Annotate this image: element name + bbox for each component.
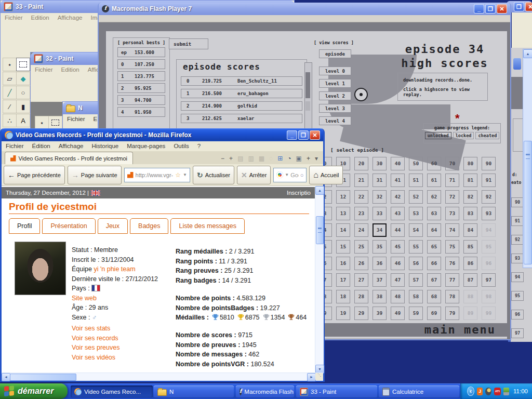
episode-cell-64[interactable]: 64 xyxy=(427,223,441,237)
tab-jeux[interactable]: Jeux xyxy=(98,218,128,234)
link-voir-ses-stats[interactable]: Voir ses stats xyxy=(72,325,110,332)
episode-cell-49[interactable]: 49 xyxy=(391,307,405,320)
episode-cell-13[interactable]: 13 xyxy=(336,207,350,220)
episode-cell-35[interactable]: 35 xyxy=(373,240,387,254)
view-scores-episode[interactable]: episode xyxy=(319,49,351,58)
episode-cell-48[interactable]: 48 xyxy=(391,290,405,303)
pencil-icon[interactable]: ∕ xyxy=(3,100,17,113)
add-icon[interactable]: + xyxy=(307,155,310,162)
episode-cell-30[interactable]: 30 xyxy=(373,157,387,170)
episode-cell-12[interactable]: 12 xyxy=(336,190,350,204)
free-select-icon[interactable]: ⋆ xyxy=(3,58,17,71)
episode-cell-20[interactable]: 20 xyxy=(354,157,368,170)
firefox-menu-fichier[interactable]: Fichier xyxy=(6,143,24,149)
scroll-up-icon[interactable]: ▲ xyxy=(315,186,324,195)
text-icon[interactable]: A xyxy=(16,114,30,127)
link-voir-ses-vidéos[interactable]: Voir ses vidéos xyxy=(72,354,115,361)
episode-cell-47[interactable]: 47 xyxy=(391,273,405,287)
hide-icons-icon[interactable]: ‹ xyxy=(467,387,474,396)
episode-cell-56[interactable]: 56 xyxy=(409,257,423,270)
close-button[interactable]: ✕ xyxy=(525,2,532,11)
episode-cell-74[interactable]: 74 xyxy=(445,223,459,237)
episode-cell-57[interactable]: 57 xyxy=(409,273,423,287)
episode-cell-86[interactable]: 86 xyxy=(463,257,477,270)
episode-cell-80[interactable]: 80 xyxy=(463,157,477,170)
episode-cell-65[interactable]: 65 xyxy=(427,240,441,254)
dropdown-icon[interactable]: ▾ xyxy=(315,155,318,162)
cut-icon[interactable]: ▥ xyxy=(248,155,254,162)
episode-score-row[interactable]: 3212.625xaelar xyxy=(181,114,302,123)
episode-cell-83[interactable]: 83 xyxy=(463,207,477,220)
episode-cell-33[interactable]: 33 xyxy=(373,207,387,220)
episode-cell-61[interactable]: 61 xyxy=(427,174,441,187)
episode-cell-28[interactable]: 28 xyxy=(354,290,368,303)
submit-button[interactable]: submit xyxy=(169,38,208,49)
firefox-menu-marquepages[interactable]: Marque-pages xyxy=(127,143,165,149)
episode-cell-38[interactable]: 38 xyxy=(373,290,387,303)
episode-cell-59[interactable]: 59 xyxy=(409,307,423,320)
episode-cell-92[interactable]: 92 xyxy=(482,190,496,204)
taskbar-item-4[interactable]: Calculatrice xyxy=(379,385,459,397)
resize-grip[interactable]: ⋱ xyxy=(315,373,323,380)
foldern-menu-fichier[interactable]: Fichier xyxy=(67,116,85,122)
maximize-button[interactable]: ❐ xyxy=(485,4,496,14)
java-icon[interactable]: J xyxy=(477,388,483,395)
episode-cell-75[interactable]: 75 xyxy=(445,240,459,254)
episode-cell-85[interactable]: 85 xyxy=(463,240,477,254)
tab-présentation[interactable]: Présentation xyxy=(42,218,95,234)
episode-cell-39[interactable]: 39 xyxy=(373,307,387,320)
episode-cell-81[interactable]: 81 xyxy=(463,174,477,187)
episode-cell-69[interactable]: 69 xyxy=(427,307,441,320)
episode-cell-15[interactable]: 15 xyxy=(336,240,350,254)
episode-cell-68[interactable]: 68 xyxy=(427,290,441,303)
close-button[interactable]: ✕ xyxy=(310,130,320,140)
episode-cell-62[interactable]: 62 xyxy=(427,190,441,204)
info-link[interactable]: Site web xyxy=(72,295,97,302)
episode-cell-97[interactable]: 97 xyxy=(482,273,496,287)
episode-cell-14[interactable]: 14 xyxy=(336,223,350,237)
bookmark-star-icon[interactable]: ☆ xyxy=(175,171,181,179)
stop-button[interactable]: ✕ Arrêter xyxy=(237,166,271,184)
minimize-button[interactable]: _ xyxy=(287,130,297,140)
episode-cell-70[interactable]: 70 xyxy=(445,157,459,170)
episode-cell-43[interactable]: 43 xyxy=(391,207,405,220)
view-scores-level-1[interactable]: level 1 xyxy=(319,79,351,88)
episode-cell-55[interactable]: 55 xyxy=(409,240,423,254)
episode-cell-21[interactable]: 21 xyxy=(354,174,368,187)
episode-cell-79[interactable]: 79 xyxy=(445,307,459,320)
episode-cell-93[interactable]: 93 xyxy=(482,207,496,220)
episode-cell-66[interactable]: 66 xyxy=(427,257,441,270)
episode-cell-99[interactable]: 99 xyxy=(482,307,496,320)
spinner-icon[interactable]: ◌ xyxy=(269,155,273,162)
restore-button[interactable]: ❐ xyxy=(514,2,524,11)
taskbar-item-1[interactable]: N xyxy=(154,385,234,397)
episode-cell-94[interactable]: 94 xyxy=(482,223,496,237)
episode-cell-71[interactable]: 71 xyxy=(445,174,459,187)
episode-cell-42[interactable]: 42 xyxy=(391,190,405,204)
episode-cell-23[interactable]: 23 xyxy=(354,207,368,220)
inscription-link[interactable]: Inscriptio xyxy=(287,190,311,196)
refresh-button[interactable]: ↻ Actualiser xyxy=(193,166,234,184)
episode-cell-84[interactable]: 84 xyxy=(463,223,477,237)
copy-icon[interactable]: ▦ xyxy=(259,155,264,162)
view-scores-level-4[interactable]: level 4 xyxy=(319,116,351,125)
episode-cell-77[interactable]: 77 xyxy=(445,273,459,287)
episode-cell-89[interactable]: 89 xyxy=(463,307,477,320)
scroll-left-icon[interactable]: ◄ xyxy=(2,373,10,381)
paint33-menu-affichage[interactable]: Affichage xyxy=(58,15,83,21)
episode-cell-37[interactable]: 37 xyxy=(373,273,387,287)
scroll-right-icon[interactable]: ► xyxy=(307,373,316,381)
firefox-menu-affichage[interactable]: Affichage xyxy=(59,143,84,149)
episode-cell-46[interactable]: 46 xyxy=(391,257,405,270)
scroll-thumb[interactable] xyxy=(305,72,310,98)
episode-score-row[interactable]: 0219.725Ben_Schultz_11 xyxy=(181,76,302,86)
tab-badges[interactable]: Badges xyxy=(130,218,168,234)
main-menu-button[interactable]: main menu xyxy=(424,323,496,337)
print-icon[interactable]: ▣ xyxy=(296,155,302,162)
scroll-thumb[interactable] xyxy=(524,141,532,264)
episode-cell-53[interactable]: 53 xyxy=(409,207,423,220)
eyedropper-icon[interactable]: ╱ xyxy=(3,86,17,99)
episode-cell-96[interactable]: 96 xyxy=(482,257,496,270)
episode-cell-76[interactable]: 76 xyxy=(445,257,459,270)
vertical-scrollbar[interactable]: ▲ ▼ xyxy=(315,186,324,373)
